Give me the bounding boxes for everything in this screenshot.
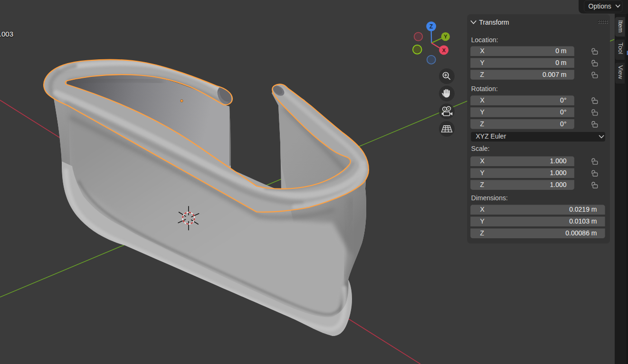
svg-text:Location:: Location: <box>471 36 498 44</box>
svg-text:Dimensions:: Dimensions: <box>471 194 508 202</box>
svg-text:0.00086 m: 0.00086 m <box>565 229 597 237</box>
svg-text:1.000: 1.000 <box>550 181 566 188</box>
svg-text:0 m: 0 m <box>555 59 566 66</box>
svg-text:Y: Y <box>480 217 485 225</box>
svg-text:0°: 0° <box>560 96 566 104</box>
svg-text:Y: Y <box>480 59 485 66</box>
svg-text:X: X <box>442 47 446 53</box>
svg-text:X: X <box>480 96 485 104</box>
svg-text:1.000: 1.000 <box>550 169 566 177</box>
svg-text:Y: Y <box>480 108 485 116</box>
svg-text:l.003: l.003 <box>0 30 13 38</box>
svg-text:Z: Z <box>480 229 485 237</box>
svg-text:Z: Z <box>480 120 485 128</box>
svg-text:X: X <box>480 47 485 55</box>
svg-text:Transform: Transform <box>479 19 509 26</box>
svg-text:Rotation:: Rotation: <box>471 85 498 93</box>
svg-text:Item: Item <box>617 20 624 33</box>
svg-text:Options: Options <box>589 2 611 10</box>
svg-text:Z: Z <box>480 71 485 78</box>
svg-text:Tool: Tool <box>617 43 624 55</box>
svg-text:0.0219 m: 0.0219 m <box>569 205 597 213</box>
svg-text:Z: Z <box>429 23 433 30</box>
svg-text:0.0103 m: 0.0103 m <box>569 217 597 225</box>
svg-text:0°: 0° <box>560 108 566 116</box>
svg-text:X: X <box>480 157 485 165</box>
svg-text:View: View <box>617 65 624 79</box>
svg-text:X: X <box>480 205 485 213</box>
svg-text:1.000: 1.000 <box>550 157 566 165</box>
svg-text:Y: Y <box>480 169 485 177</box>
svg-text:Z: Z <box>480 181 485 188</box>
svg-text:Scale:: Scale: <box>471 145 490 152</box>
svg-text:0°: 0° <box>560 120 566 128</box>
svg-text:0.007 m: 0.007 m <box>542 71 567 78</box>
svg-text:Y: Y <box>444 34 447 39</box>
svg-text:XYZ Euler: XYZ Euler <box>476 132 506 140</box>
svg-text:0 m: 0 m <box>555 47 566 55</box>
